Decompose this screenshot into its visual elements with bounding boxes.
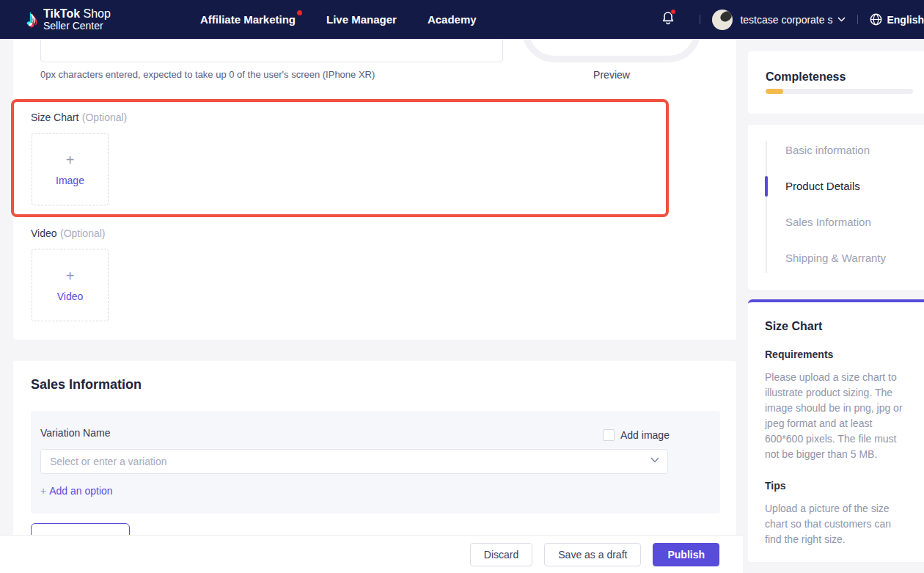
save-as-draft-button[interactable]: Save as a draft bbox=[544, 543, 641, 566]
bell-badge-dot bbox=[670, 9, 676, 15]
upload-video-link: Video bbox=[57, 291, 84, 302]
video-field-label: Video (Optional) bbox=[31, 227, 105, 240]
video-label: Video bbox=[31, 227, 57, 239]
tips-body: Upload a picture of the size chart so th… bbox=[765, 501, 910, 547]
active-section-indicator bbox=[765, 176, 768, 197]
size-chart-help-card: Size Chart Requirements Please upload a … bbox=[748, 299, 924, 562]
account-menu[interactable]: testcase corporate s bbox=[712, 10, 846, 30]
add-image-label: Add image bbox=[620, 429, 670, 441]
nav-academy-label: Academy bbox=[428, 13, 477, 26]
sidebar-item-product-details[interactable]: Product Details bbox=[785, 178, 860, 194]
completeness-card: Completeness bbox=[748, 51, 924, 114]
variation-name-label: Variation Name bbox=[40, 427, 110, 439]
publish-button[interactable]: Publish bbox=[653, 543, 719, 566]
top-nav: Affiliate Marketing Live Manager Academy bbox=[200, 0, 507, 39]
logo-text: TikTok Shop Seller Center bbox=[43, 7, 111, 32]
add-an-option-button[interactable]: +Add an option bbox=[40, 485, 113, 497]
plus-icon: + bbox=[66, 269, 75, 283]
nav-academy[interactable]: Academy bbox=[428, 13, 477, 26]
tiktok-logo-icon: ♪ bbox=[26, 8, 37, 30]
section-nav-card: Basic information Product Details Sales … bbox=[748, 125, 924, 290]
nav-affiliate-marketing[interactable]: Affiliate Marketing bbox=[200, 13, 296, 26]
tips-heading: Tips bbox=[765, 480, 786, 492]
logo-tiktok: TikTok bbox=[43, 7, 80, 20]
add-option-label: Add an option bbox=[49, 485, 112, 497]
requirements-heading: Requirements bbox=[765, 348, 833, 360]
plus-icon: + bbox=[40, 485, 46, 497]
header-divider bbox=[857, 15, 858, 24]
variation-select bbox=[40, 449, 668, 474]
chevron-down-icon bbox=[837, 17, 846, 22]
video-upload[interactable]: + Video bbox=[32, 249, 109, 321]
character-count-helper: 0px characters entered, expected to take… bbox=[40, 69, 375, 80]
header-divider bbox=[700, 15, 700, 24]
sidebar-item-shipping-warranty[interactable]: Shipping & Warranty bbox=[785, 250, 886, 266]
add-image-option: Add image bbox=[603, 429, 670, 441]
notification-dot bbox=[297, 10, 302, 15]
sales-information-title: Sales Information bbox=[31, 377, 142, 393]
avatar bbox=[712, 10, 733, 30]
completeness-progress-fill bbox=[766, 89, 783, 94]
language-label: English bbox=[887, 14, 924, 26]
variation-select-input[interactable] bbox=[40, 449, 668, 474]
language-selector[interactable]: English bbox=[870, 13, 924, 26]
header-right: testcase corporate s English bbox=[661, 0, 924, 39]
requirements-body: Please upload a size chart to illustrate… bbox=[765, 370, 910, 462]
size-chart-highlight-box bbox=[11, 99, 669, 217]
discard-button[interactable]: Discard bbox=[470, 543, 532, 566]
action-footer: Discard Save as a draft Publish bbox=[0, 536, 743, 573]
help-panel-title: Size Chart bbox=[765, 320, 822, 333]
nav-affiliate-marketing-label: Affiliate Marketing bbox=[200, 13, 296, 26]
preview-label: Preview bbox=[522, 69, 701, 81]
section-nav-track bbox=[766, 141, 767, 273]
seller-center-logo[interactable]: ♪ TikTok Shop Seller Center bbox=[26, 7, 111, 32]
top-header: ♪ TikTok Shop Seller Center Affiliate Ma… bbox=[0, 0, 924, 39]
completeness-title: Completeness bbox=[766, 70, 846, 84]
logo-seller-center: Seller Center bbox=[43, 21, 111, 32]
nav-live-manager-label: Live Manager bbox=[326, 13, 397, 26]
notifications-button[interactable] bbox=[661, 11, 675, 28]
sidebar-item-basic-information[interactable]: Basic information bbox=[785, 142, 870, 158]
completeness-progress-track bbox=[766, 89, 913, 94]
nav-live-manager[interactable]: Live Manager bbox=[326, 13, 397, 26]
globe-icon bbox=[870, 13, 882, 26]
add-image-checkbox[interactable] bbox=[603, 429, 615, 441]
video-optional: (Optional) bbox=[60, 227, 105, 239]
logo-shop: Shop bbox=[80, 7, 111, 20]
sidebar-item-sales-information[interactable]: Sales Information bbox=[785, 214, 871, 230]
account-name: testcase corporate s bbox=[740, 14, 832, 26]
